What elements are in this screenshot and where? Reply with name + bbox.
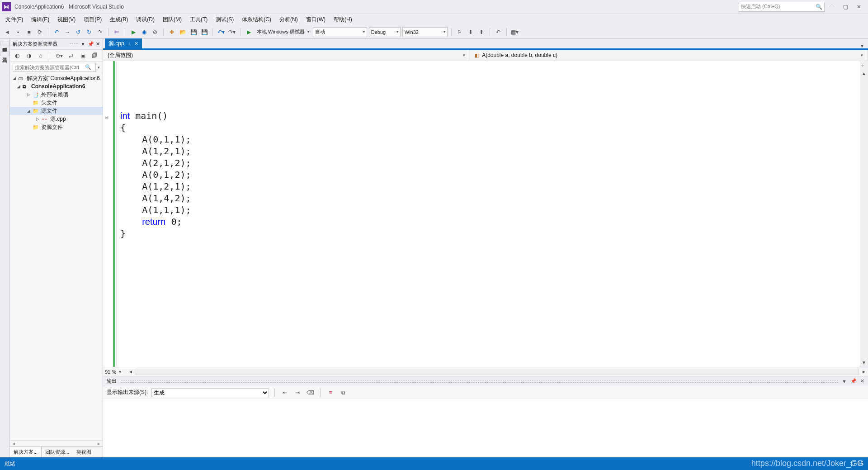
code-area[interactable]: int main() { A(0,1,1); A(1,2,1); A(2,1,2… [117, 61, 860, 367]
tree-external[interactable]: ▷📑外部依赖项 [10, 90, 103, 99]
restart-icon[interactable]: ⊘ [151, 28, 160, 37]
tree-solution-root[interactable]: ◢🗃解决方案"ConsoleApplication6 [10, 74, 103, 82]
menu-debug[interactable]: 调试(D) [132, 15, 158, 24]
output-source-dropdown[interactable]: 生成 [151, 388, 269, 397]
redo2-icon[interactable]: ↷▾ [227, 28, 236, 37]
split-icon[interactable]: ÷ [861, 63, 864, 68]
refresh-icon[interactable]: ⟳ [35, 28, 44, 37]
scroll-down-icon[interactable]: ▼ [862, 360, 866, 365]
undo2-icon[interactable]: ↶▾ [217, 28, 226, 37]
stop-icon[interactable]: ■ [24, 28, 33, 37]
menu-build[interactable]: 生成(B) [106, 15, 132, 24]
tree-sources[interactable]: ◢📁源文件 [10, 107, 103, 115]
wrap-icon[interactable]: ≡ [326, 388, 335, 397]
home-icon[interactable]: ⌂ [36, 51, 45, 60]
redo-icon[interactable]: ↷ [95, 28, 104, 37]
undo3-icon[interactable]: ↶ [494, 28, 503, 37]
panel-menu-icon[interactable]: ▼ [81, 42, 85, 47]
tree-project[interactable]: ◢⧉ConsoleApplication6 [10, 82, 103, 90]
minimize-button[interactable]: — [826, 2, 838, 12]
output-close-icon[interactable]: ✕ [860, 378, 864, 384]
vertical-scrollbar[interactable]: ÷ ▲ ▼ [860, 61, 868, 367]
hscroll-left-icon[interactable]: ◄ [128, 369, 133, 374]
tab-solution[interactable]: 解决方案... [10, 447, 42, 457]
mode-dropdown[interactable]: 自动▾ [313, 27, 367, 37]
nav-fwd2-icon[interactable]: → [63, 28, 72, 37]
menu-analyze[interactable]: 分析(N) [276, 15, 302, 24]
menu-test[interactable]: 测试(S) [212, 15, 237, 24]
scope-icon[interactable]: ⊙▾ [55, 51, 64, 60]
search-icon[interactable]: 🔍 [85, 64, 91, 70]
nav-fwd-icon[interactable]: ▪ [14, 28, 23, 37]
zoom-level[interactable]: 91 % [105, 369, 116, 375]
download-icon[interactable]: ⬇ [466, 28, 475, 37]
new-item-icon[interactable]: ✚ [167, 28, 176, 37]
tab-team[interactable]: 团队资源... [42, 447, 73, 457]
output-pin-icon[interactable]: 📌 [850, 378, 857, 384]
stop-debug-icon[interactable]: ◉ [140, 28, 149, 37]
start-icon[interactable]: ▶ [129, 28, 138, 37]
tab-pin-icon[interactable]: ⟂ [128, 41, 131, 46]
menu-window[interactable]: 窗口(W) [302, 15, 329, 24]
tabs-overflow-icon[interactable]: ▼ [856, 43, 868, 48]
scroll-up-icon[interactable]: ▲ [862, 71, 866, 76]
close-button[interactable]: ✕ [853, 2, 865, 12]
save-all-icon[interactable]: 💾 [200, 28, 209, 37]
member-dropdown[interactable]: ◧ A(double a, double b, double c)▾ [470, 50, 868, 61]
save-icon[interactable]: 💾 [189, 28, 198, 37]
menu-team[interactable]: 团队(M) [159, 15, 185, 24]
hscroll-right-icon[interactable]: ► [862, 369, 866, 374]
run-icon[interactable]: ▶ [244, 28, 253, 37]
quick-launch-input[interactable]: 快速启动 (Ctrl+Q) 🔍 [739, 2, 825, 12]
scope-dropdown[interactable]: (全局范围)▾ [103, 50, 470, 61]
clear-icon[interactable]: ⌫ [306, 388, 315, 397]
prev-msg-icon[interactable]: ⇤ [280, 388, 289, 397]
doc-tab-active[interactable]: 源.cpp ⟂ ✕ [105, 38, 142, 48]
debugger-dropdown[interactable]: 本地 Windows 调试器▾ [255, 27, 311, 37]
fwd-icon[interactable]: ◑ [24, 51, 33, 60]
horizontal-scrollbar[interactable] [136, 369, 859, 375]
tree-source-file[interactable]: ▷++源.cpp [10, 115, 103, 123]
outline-toggle-icon[interactable]: ⊟ [104, 114, 108, 120]
next-msg-icon[interactable]: ⇥ [293, 388, 302, 397]
menu-project[interactable]: 项目(P) [80, 15, 105, 24]
solution-search-input[interactable] [13, 63, 96, 72]
panel-close-icon[interactable]: ✕ [96, 41, 100, 47]
step-back-icon[interactable]: ↺ [74, 28, 83, 37]
nav-back-icon[interactable]: ◄ [3, 28, 12, 37]
menu-help[interactable]: 帮助(H) [330, 15, 356, 24]
rail-server-explorer[interactable]: 服务器资源管理器 [0, 42, 9, 46]
toggle-icon[interactable]: ⧉ [339, 388, 348, 397]
undo-icon[interactable]: ↶ [52, 28, 61, 37]
config-dropdown[interactable]: Debug▾ [369, 27, 401, 37]
cut-icon[interactable]: ✄ [112, 28, 121, 37]
upload-icon[interactable]: ⬆ [477, 28, 486, 37]
zoom-dd-icon[interactable]: ▾ [119, 369, 121, 374]
sync-icon[interactable]: ⇄ [66, 51, 75, 60]
maximize-button[interactable]: ▢ [839, 2, 852, 12]
tree-headers[interactable]: 📁头文件 [10, 99, 103, 107]
rail-toolbox[interactable]: 工具箱 [0, 52, 9, 56]
grid-icon[interactable]: ▦▾ [510, 28, 519, 37]
menu-edit[interactable]: 编辑(E) [28, 15, 53, 24]
step-fwd-icon[interactable]: ↻ [85, 28, 94, 37]
tree-resources[interactable]: 📁资源文件 [10, 123, 103, 131]
solution-hscroll[interactable]: ◄► [10, 440, 103, 446]
search-dd-icon[interactable]: ▾ [98, 65, 100, 70]
code-editor[interactable]: ⊟ int main() { A(0,1,1); A(1,2,1); A(2,1… [103, 61, 868, 367]
output-body[interactable] [103, 399, 868, 457]
collapse-icon[interactable]: ▣ [78, 51, 87, 60]
tab-classview[interactable]: 类视图 [73, 447, 95, 457]
properties-icon[interactable]: 🗐 [90, 51, 99, 60]
output-menu-icon[interactable]: ▼ [842, 379, 847, 384]
menu-tools[interactable]: 工具(T) [186, 15, 211, 24]
back-icon[interactable]: ◐ [13, 51, 22, 60]
menu-arch[interactable]: 体系结构(C) [238, 15, 275, 24]
flag-icon[interactable]: 🏳 [455, 28, 464, 37]
menu-file[interactable]: 文件(F) [2, 15, 27, 24]
open-icon[interactable]: 📂 [178, 28, 187, 37]
pin-icon[interactable]: 📌 [88, 41, 94, 47]
platform-dropdown[interactable]: Win32▾ [402, 27, 448, 37]
tab-close-icon[interactable]: ✕ [134, 41, 138, 47]
menu-view[interactable]: 视图(V) [54, 15, 79, 24]
